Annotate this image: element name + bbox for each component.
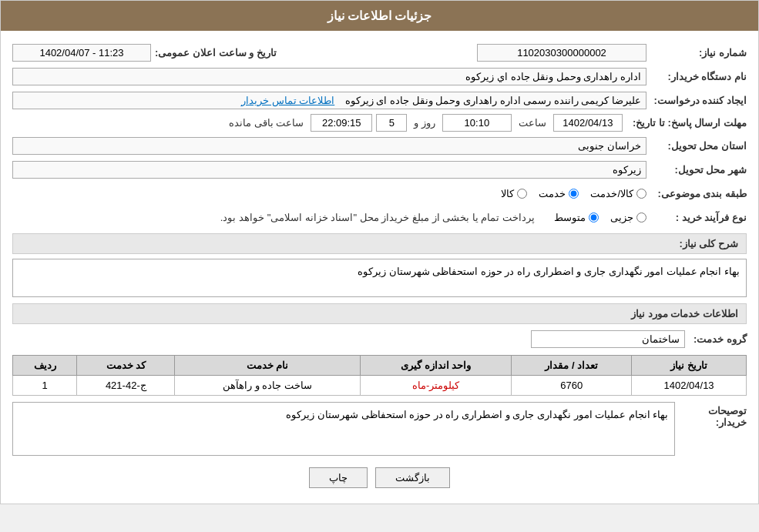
tabaqe-kala-item: کالا	[501, 188, 527, 199]
cell-radif: 1	[13, 376, 77, 396]
group-row: گروه خدمت: ساختمان	[12, 329, 747, 349]
ostan-label: استان محل تحویل:	[646, 140, 747, 152]
col-tarikh: تاریخ نیاز	[632, 356, 747, 376]
tabaqe-kala-radio[interactable]	[517, 189, 527, 199]
shmare-value: 1102030300000002	[477, 44, 646, 62]
print-button[interactable]: چاپ	[309, 467, 368, 488]
shmare-label: شماره نیاز:	[646, 47, 747, 59]
shmare-row: شماره نیاز: 1102030300000002 تاریخ و ساع…	[12, 42, 747, 62]
col-nam: نام خدمت	[175, 356, 361, 376]
services-table: تاریخ نیاز تعداد / مقدار واحد اندازه گیر…	[12, 355, 747, 396]
tabaqe-khadamat-label: خدمت	[539, 188, 566, 199]
tabaqe-kalaKhadamat-radio[interactable]	[636, 189, 646, 199]
group-value: ساختمان	[531, 330, 685, 348]
ijad-label: ایجاد کننده درخواست:	[646, 95, 747, 106]
mohlat-roz: 5	[376, 114, 407, 132]
cell-tedad: 6760	[512, 376, 632, 396]
namedastgah-label: نام دستگاه خریدار:	[646, 71, 747, 82]
shahr-label: شهر محل تحویل:	[646, 164, 747, 176]
tabaqe-kala-label: کالا	[501, 188, 514, 199]
namedastgah-row: نام دستگاه خریدار: اداره راهداری وحمل ون…	[12, 66, 747, 86]
noe-jazei-item: جزیی	[610, 212, 646, 223]
cell-tarikh: 1402/04/13	[632, 376, 747, 396]
sharh-section-title: شرح کلی نیاز:	[12, 233, 747, 254]
col-vahed: واحد اندازه گیری	[361, 356, 512, 376]
noe-options: جزیی متوسط پرداخت تمام یا بخشی از مبلغ خ…	[220, 212, 646, 223]
sharh-content	[12, 259, 747, 297]
tosih-label: توصیحات خریدار:	[675, 402, 747, 428]
shahr-row: شهر محل تحویل: زیرکوه	[12, 159, 747, 179]
services-section-title: اطلاعات خدمات مورد نیاز	[12, 303, 747, 324]
mohlat-row: مهلت ارسال پاسخ: تا تاریخ: 1402/04/13 سا…	[12, 114, 747, 132]
page-title: جزئیات اطلاعات نیاز	[327, 9, 432, 22]
mohlat-roz-label: روز و	[411, 117, 438, 129]
ostan-value: خراسان جنوبی	[12, 137, 646, 155]
noe-row: نوع فرآیند خرید : جزیی متوسط پرداخت تمام…	[12, 207, 747, 227]
bottom-buttons: بازگشت چاپ	[12, 467, 747, 488]
page-header: جزئیات اطلاعات نیاز	[1, 1, 758, 31]
tabaqe-kalaKhadamat-item: کالا/خدمت	[590, 188, 646, 199]
tarikh-label: تاریخ و ساعت اعلان عمومی:	[151, 47, 277, 59]
noe-motasat-radio[interactable]	[589, 212, 599, 223]
cell-vahed: کیلومتر-ماه	[361, 376, 512, 396]
tosih-textarea[interactable]	[12, 402, 675, 456]
mohlat-mande: 22:09:15	[311, 114, 372, 132]
cell-kod: ج-42-421	[77, 376, 175, 396]
noe-motasat-label: متوسط	[554, 212, 586, 223]
noe-label: نوع فرآیند خرید :	[646, 212, 747, 223]
shahr-value: زیرکوه	[12, 161, 646, 179]
noe-motasat-item: متوسط	[554, 212, 599, 223]
mohlat-saat: 10:10	[442, 114, 512, 132]
mohlat-mande-label: ساعت باقی مانده	[226, 117, 307, 129]
mohlat-label: مهلت ارسال پاسخ: تا تاریخ:	[626, 117, 747, 129]
mohlat-date: 1402/04/13	[553, 114, 623, 132]
tabaqe-kalaKhadamat-label: کالا/خدمت	[590, 188, 633, 199]
noe-jazei-radio[interactable]	[636, 212, 646, 223]
namedastgah-value: اداره راهداری وحمل ونقل جاده اي زيركوه	[12, 68, 646, 85]
tabaqe-khadamat-item: خدمت	[539, 188, 579, 199]
col-tedad: تعداد / مقدار	[512, 356, 632, 376]
noe-jazei-label: جزیی	[610, 212, 633, 223]
mohlat-saat-label: ساعت	[516, 117, 549, 129]
tabaqe-khadamat-radio[interactable]	[569, 189, 579, 199]
ijad-row: ایجاد کننده درخواست: علیرضا کریمی راننده…	[12, 90, 747, 110]
table-row: 1402/04/13 6760 کیلومتر-ماه ساخت جاده و …	[13, 376, 747, 396]
noe-desc: پرداخت تمام یا بخشی از مبلغ خریداز محل "…	[220, 212, 535, 223]
tabaqe-row: طبقه بندی موضوعی: کالا/خدمت خدمت کالا	[12, 183, 747, 203]
group-label: گروه خدمت:	[685, 333, 747, 345]
tabaqe-label: طبقه بندی موضوعی:	[646, 188, 747, 199]
ijad-value: علیرضا کریمی راننده رسمی اداره راهداری و…	[12, 92, 646, 109]
ostan-row: استان محل تحویل: خراسان جنوبی	[12, 136, 747, 156]
tabaqe-radio-group: کالا/خدمت خدمت کالا	[501, 188, 646, 199]
ijad-link[interactable]: اطلاعات تماس خریدار	[241, 95, 334, 106]
col-kod: کد خدمت	[77, 356, 175, 376]
sharh-textarea[interactable]	[12, 259, 747, 297]
tarikh-value: 1402/04/07 - 11:23	[12, 44, 151, 62]
tosih-row: توصیحات خریدار:	[12, 402, 747, 456]
sharh-section: شرح کلی نیاز: document.querySelector('[d…	[12, 233, 747, 297]
col-radif: ردیف	[13, 356, 77, 376]
cell-nam: ساخت جاده و راهآهن	[175, 376, 361, 396]
back-button[interactable]: بازگشت	[375, 467, 450, 488]
